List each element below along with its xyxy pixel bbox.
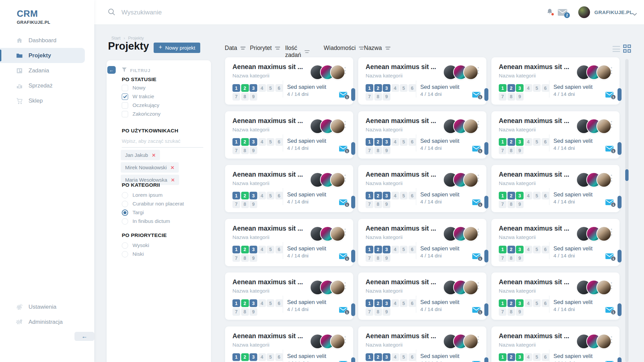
card-mail-icon[interactable]: 1: [339, 92, 347, 98]
card-menu-button[interactable]: [610, 282, 613, 292]
user-avatar[interactable]: [578, 6, 590, 18]
task-badge[interactable]: 7: [499, 254, 506, 262]
task-badge[interactable]: 5: [533, 246, 541, 253]
scrollbar-thumb[interactable]: [625, 169, 629, 181]
card-mail-icon[interactable]: 1: [605, 253, 613, 259]
project-card[interactable]: Aenean maximus sit ... Nazwa kategorii 1…: [491, 111, 620, 159]
task-badge[interactable]: 1: [499, 299, 506, 307]
project-card[interactable]: Aenean maximus sit ... Nazwa kategorii 1…: [225, 57, 353, 105]
task-badge[interactable]: 6: [409, 353, 416, 361]
breadcrumb-projekty[interactable]: Projekty: [128, 36, 144, 41]
card-menu-button[interactable]: [477, 174, 480, 184]
task-badge[interactable]: 9: [250, 200, 257, 208]
task-badge[interactable]: 1: [232, 192, 240, 199]
task-badge[interactable]: 6: [542, 192, 549, 199]
task-badge[interactable]: 5: [267, 353, 274, 361]
task-badge[interactable]: 3: [250, 353, 257, 361]
checkbox-oczekujacy[interactable]: Oczekujący: [122, 102, 159, 109]
task-badge[interactable]: 5: [400, 84, 408, 92]
project-card[interactable]: Aenean maximus sit ... Nazwa kategorii 1…: [491, 219, 620, 266]
task-badge[interactable]: 7: [232, 146, 240, 154]
task-badge[interactable]: 1: [499, 192, 506, 199]
sidebar-item-administracja[interactable]: Administracja: [0, 314, 94, 329]
task-badge[interactable]: 4: [391, 353, 399, 361]
task-badge[interactable]: 9: [250, 308, 257, 316]
sidebar-item-sklep[interactable]: Sklep: [0, 93, 94, 108]
task-badge[interactable]: 1: [499, 84, 506, 92]
task-badge[interactable]: 8: [507, 308, 515, 316]
task-badge[interactable]: 6: [542, 353, 549, 361]
task-badge[interactable]: 8: [507, 254, 515, 262]
task-badge[interactable]: 4: [391, 246, 399, 253]
task-badge[interactable]: 9: [250, 254, 257, 262]
project-card[interactable]: Aenean maximus sit ... Nazwa kategorii 1…: [225, 165, 353, 212]
task-badge[interactable]: 1: [366, 138, 373, 146]
card-mail-icon[interactable]: 1: [605, 307, 613, 313]
task-badge[interactable]: 4: [391, 84, 399, 92]
task-badge[interactable]: 6: [409, 192, 416, 199]
task-badge[interactable]: 5: [533, 192, 541, 199]
new-project-button[interactable]: + Nowy projekt: [154, 43, 200, 53]
project-card[interactable]: Aenean maximus sit ... Nazwa kategorii 1…: [358, 57, 486, 105]
radio-wysoki[interactable]: Wysoki: [122, 242, 149, 249]
task-badge[interactable]: 4: [391, 138, 399, 146]
task-badge[interactable]: 7: [232, 200, 240, 208]
task-badge[interactable]: 4: [525, 353, 532, 361]
task-badge[interactable]: 1: [499, 138, 506, 146]
task-badge[interactable]: 2: [241, 84, 249, 92]
card-menu-button[interactable]: [610, 174, 613, 184]
task-badge[interactable]: 3: [383, 84, 390, 92]
task-badge[interactable]: 5: [267, 299, 274, 307]
task-badge[interactable]: 1: [366, 353, 373, 361]
task-badge[interactable]: 3: [250, 192, 257, 199]
card-menu-button[interactable]: [477, 228, 480, 238]
card-menu-button[interactable]: [610, 66, 613, 76]
card-menu-button[interactable]: [477, 66, 480, 76]
card-mail-icon[interactable]: 1: [605, 146, 613, 152]
task-badge[interactable]: 3: [250, 299, 257, 307]
task-badge[interactable]: 2: [241, 246, 249, 253]
task-badge[interactable]: 5: [533, 138, 541, 146]
radio-curabitur[interactable]: Curabitur non placerat: [122, 200, 184, 207]
task-badge[interactable]: 6: [275, 353, 283, 361]
checkbox-zakonczony[interactable]: Zakończony: [122, 111, 161, 117]
task-badge[interactable]: 6: [409, 138, 416, 146]
task-badge[interactable]: 5: [267, 192, 274, 199]
card-mail-icon[interactable]: 1: [472, 361, 480, 362]
messages-button[interactable]: 2: [558, 9, 567, 16]
task-badge[interactable]: 2: [241, 299, 249, 307]
task-badge[interactable]: 8: [241, 308, 249, 316]
card-menu-button[interactable]: [477, 120, 480, 130]
task-badge[interactable]: 9: [250, 93, 257, 101]
card-mail-icon[interactable]: 1: [339, 307, 347, 313]
task-badge[interactable]: 5: [400, 192, 408, 199]
grid-view-toggle[interactable]: [623, 45, 631, 53]
task-badge[interactable]: 4: [258, 138, 266, 146]
card-mail-icon[interactable]: 1: [339, 199, 347, 205]
card-mail-icon[interactable]: 1: [472, 146, 480, 152]
task-badge[interactable]: 5: [400, 299, 408, 307]
task-badge[interactable]: 2: [507, 353, 515, 361]
task-badge[interactable]: 2: [241, 192, 249, 199]
task-badge[interactable]: 4: [525, 299, 532, 307]
task-badge[interactable]: 9: [383, 254, 390, 262]
task-badge[interactable]: 4: [258, 299, 266, 307]
task-badge[interactable]: 4: [258, 192, 266, 199]
task-badge[interactable]: 3: [250, 246, 257, 253]
task-badge[interactable]: 8: [507, 146, 515, 154]
task-badge[interactable]: 6: [542, 138, 549, 146]
task-badge[interactable]: 4: [391, 299, 399, 307]
project-card[interactable]: Aenean maximus sit ... Nazwa kategorii 1…: [358, 273, 486, 320]
card-mail-icon[interactable]: 1: [339, 253, 347, 259]
task-badge[interactable]: 1: [366, 84, 373, 92]
task-badge[interactable]: 1: [232, 138, 240, 146]
task-badge[interactable]: 9: [516, 146, 524, 154]
task-badge[interactable]: 6: [275, 138, 283, 146]
task-badge[interactable]: 2: [374, 353, 382, 361]
task-badge[interactable]: 3: [516, 353, 524, 361]
task-badge[interactable]: 6: [542, 299, 549, 307]
task-badge[interactable]: 4: [391, 192, 399, 199]
task-badge[interactable]: 6: [275, 299, 283, 307]
task-badge[interactable]: 3: [383, 299, 390, 307]
card-menu-button[interactable]: [477, 336, 480, 346]
